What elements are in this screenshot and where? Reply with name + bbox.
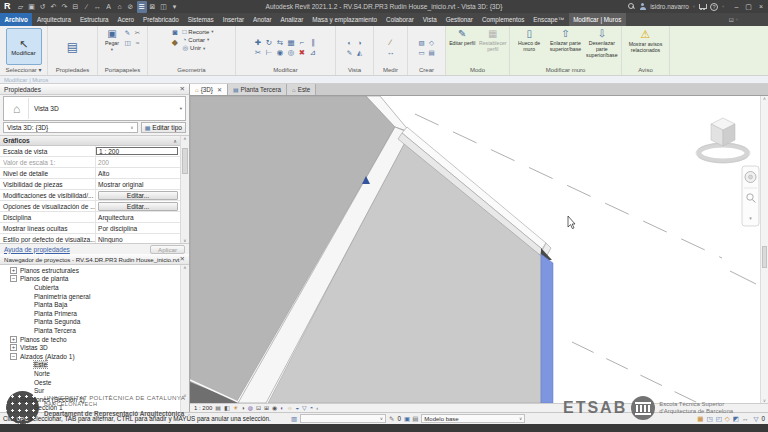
tree-item[interactable]: + Vistas 3D [0, 343, 189, 352]
property-row[interactable]: Nivel de detalle Alto [0, 168, 180, 179]
tree-expand-icon[interactable]: + [10, 344, 17, 351]
signed-in-user[interactable]: isidro.navarro [650, 3, 689, 10]
scroll-down-icon[interactable]: ∨ [761, 398, 768, 403]
create-schedule-icon[interactable]: ▤ [427, 48, 436, 57]
create-group-icon[interactable]: ▧ [417, 38, 426, 47]
tree-item-label[interactable]: Norte [34, 370, 50, 377]
displace-elements-icon[interactable]: ◭ [355, 48, 364, 57]
unpin-icon[interactable]: ◎ [286, 48, 296, 57]
design-options-dropdown[interactable]: Modelo base ∨ [421, 414, 525, 423]
worksharing-display-icon[interactable]: ◒ [295, 404, 299, 412]
tree-expand-icon[interactable]: − [10, 353, 17, 360]
close-button[interactable]: × [759, 3, 763, 11]
sync-icon[interactable]: ↺ [38, 1, 48, 13]
drag-elements-on-selection-icon[interactable]: ↔ [742, 414, 749, 424]
delete-icon[interactable]: ✖ [297, 48, 307, 57]
open-icon[interactable]: ▱ [16, 1, 26, 13]
panel-label-modificar[interactable]: Modificar [236, 66, 335, 75]
properties-palette-icon[interactable]: ▤ [67, 40, 78, 54]
show-related-warnings-button[interactable]: ⚠ Mostrar avisos relacionados [625, 28, 667, 53]
editing-requests-icon[interactable]: ✎ [389, 414, 394, 424]
view-scale-button[interactable]: 1 : 200 [194, 405, 212, 411]
tree-expand-icon[interactable]: + [10, 267, 17, 274]
property-row[interactable]: Mostrar líneas ocultas Por disciplina [0, 223, 180, 234]
save-icon[interactable]: ▣ [27, 1, 37, 13]
tab-sistemas[interactable]: Sistemas [183, 13, 218, 26]
shadows-icon[interactable]: ◑ [241, 404, 245, 412]
tree-item[interactable]: Norte [0, 369, 189, 378]
worksets-icon[interactable]: ▥ [291, 414, 297, 424]
tree-item-label[interactable]: Este [34, 361, 47, 368]
section-collapse-icon[interactable]: ∧ [173, 138, 177, 144]
search-icon[interactable] [628, 3, 635, 10]
property-value[interactable]: Editar... [96, 201, 180, 211]
tree-item-label[interactable]: Planta Segunda [34, 318, 80, 325]
scrollbar-thumb[interactable] [762, 246, 767, 268]
panel-label-propiedades[interactable]: Propiedades [48, 66, 97, 75]
property-value[interactable]: Ninguno [96, 234, 180, 243]
match-type-properties-icon[interactable]: ✎ [123, 28, 132, 37]
tab-estructura[interactable]: Estructura [75, 13, 113, 26]
scroll-down-icon[interactable]: ∨ [181, 393, 189, 398]
view-tab-planta-tercera[interactable]: ▤ Planta Tercera [228, 84, 287, 95]
measure-between-references-icon[interactable]: ∕ [385, 38, 396, 47]
3d-viewport[interactable]: ▾ ∧ ∨ [190, 96, 768, 403]
scrollbar-thumb[interactable] [182, 148, 188, 174]
tree-item-label[interactable]: Planos de planta [20, 275, 68, 282]
panel-label-portapapeles[interactable]: Portapapeles [98, 66, 147, 75]
properties-close-icon[interactable]: ✕ [180, 85, 185, 93]
detach-top-base-button[interactable]: ⇩ Desenlazar parte superior/base [585, 28, 619, 58]
close-inactive-views-icon[interactable]: ⊠ [148, 1, 158, 13]
properties-help-link[interactable]: Ayuda de propiedades [4, 246, 70, 253]
property-value[interactable]: Arquitectura [96, 212, 180, 222]
trim-icon[interactable]: ⊢ [264, 48, 274, 57]
apply-button[interactable]: Aplicar [150, 245, 185, 254]
panel-label-seleccionar[interactable]: Seleccionar ▾ [0, 66, 47, 75]
section-icon[interactable]: ⊘ [126, 1, 136, 13]
reveal-hidden-elements-icon[interactable]: ☼ [287, 404, 293, 412]
tree-item[interactable]: Oeste [0, 378, 189, 387]
wall-opening-button[interactable]: ▯ Hueco de muro [512, 28, 546, 52]
tree-item[interactable]: Cubierta [0, 283, 189, 292]
tab-anotar[interactable]: Anotar [249, 13, 277, 26]
tree-expand-icon[interactable]: − [10, 396, 17, 403]
tree-item-label[interactable]: Planta Tercera [34, 327, 76, 334]
thin-lines-icon[interactable]: ☰ [137, 1, 147, 13]
tree-item-label[interactable]: Planta Primera [34, 310, 77, 317]
redo-icon[interactable]: ↷ [60, 1, 70, 13]
panel-label-crear[interactable]: Crear [408, 66, 445, 75]
undo-icon[interactable]: ↶ [49, 1, 59, 13]
app-store-cart-icon[interactable] [699, 3, 706, 10]
detail-level-icon[interactable]: ▤ [215, 404, 221, 412]
scroll-down-icon[interactable]: ∨ [181, 238, 189, 243]
modify-button[interactable]: ↖ Modificar [6, 28, 42, 65]
property-row[interactable]: Escala de vista 1 : 200 [0, 146, 180, 157]
property-value[interactable]: 1 : 200 [96, 147, 178, 155]
cut-geometry-dropdown[interactable]: ◔ Cortar ▾ [182, 36, 213, 43]
3d-canvas[interactable]: ▾ [190, 96, 760, 403]
tab-insertar[interactable]: Insertar [218, 13, 248, 26]
tree-item[interactable]: Sección 1 [0, 404, 189, 413]
main-model-icon[interactable]: ▤ [412, 414, 418, 424]
aligned-dimension-icon[interactable]: ↔ [93, 1, 103, 13]
tree-item[interactable]: Planta Tercera [0, 326, 189, 335]
tree-item-label[interactable]: Planimetría general [34, 293, 90, 300]
property-row[interactable]: Valor de escala 1: 200 [0, 157, 180, 168]
instance-selector[interactable]: Vista 3D: {3D} ∨ [3, 122, 138, 133]
tree-item[interactable]: + Planos de techo [0, 335, 189, 344]
analysis-display-icon[interactable]: ◓ [310, 404, 314, 412]
attach-top-base-button[interactable]: ⇧ Enlazar parte superior/base [548, 28, 582, 52]
array-icon[interactable]: ▦ [286, 38, 296, 47]
rotate-icon[interactable]: ↻ [264, 38, 274, 47]
tab-masa-y-emplazamiento[interactable]: Masa y emplazamiento [308, 13, 382, 26]
text-icon[interactable]: A [104, 1, 114, 13]
tree-item[interactable]: Sur [0, 386, 189, 395]
tab-prefabricado[interactable]: Prefabricado [139, 13, 184, 26]
tree-item-label[interactable]: Planos de techo [20, 336, 67, 343]
design-options-icon[interactable]: ▣ [404, 414, 410, 424]
tree-item[interactable]: Planta Primera [0, 309, 189, 318]
view-tab-close-icon[interactable]: ✕ [217, 86, 222, 93]
view-tab-este[interactable]: ⌂ Este [287, 84, 316, 95]
scroll-up-icon[interactable]: ∧ [183, 136, 186, 141]
panel-label-modificar-muro[interactable]: Modificar muro [510, 66, 621, 75]
